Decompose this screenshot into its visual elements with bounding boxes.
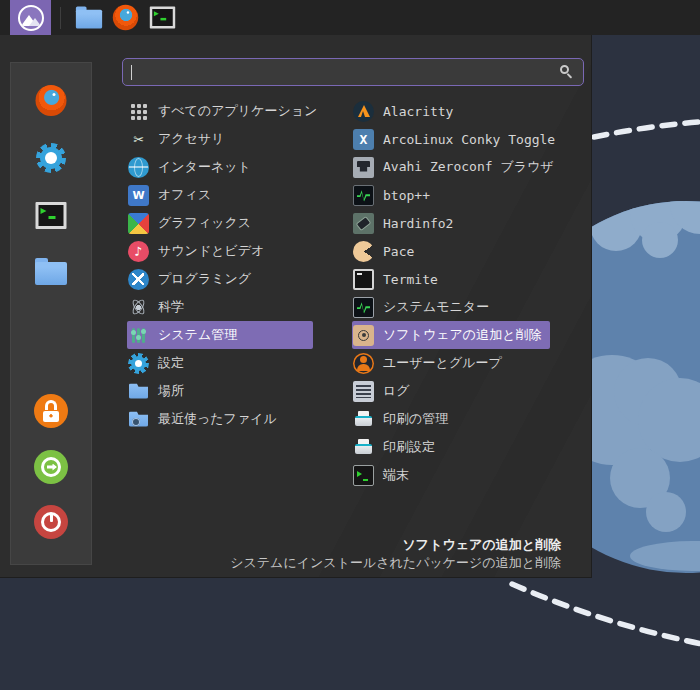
category-item[interactable]: アクセサリ xyxy=(127,125,313,153)
favorite-file-manager-button[interactable] xyxy=(35,258,67,285)
app-label: ユーザーとグループ xyxy=(383,354,502,372)
search-input[interactable] xyxy=(123,59,560,85)
sliders-icon xyxy=(128,325,149,346)
apps-grid-icon xyxy=(128,101,149,122)
pulse-monitor-icon xyxy=(353,297,374,318)
category-item[interactable]: 科学 xyxy=(127,293,313,321)
app-label: ArcoLinux Conky Toggle xyxy=(383,132,555,147)
app-label: Pace xyxy=(383,244,414,259)
terminal-icon xyxy=(353,465,374,486)
app-item[interactable]: ログ xyxy=(352,377,550,405)
app-label: ログ xyxy=(383,382,410,400)
logout-arrow-icon xyxy=(34,450,68,484)
selected-app-info: ソフトウェアの追加と削除 システムにインストールされたパッケージの追加と削除 xyxy=(230,537,561,571)
category-list: すべてのアプリケーション アクセサリ インターネット オフィス グラフィックス … xyxy=(127,97,313,433)
network-port-icon xyxy=(353,157,374,178)
app-menu-button[interactable] xyxy=(10,0,51,35)
category-label: プログラミング xyxy=(158,270,251,288)
selected-app-title: ソフトウェアの追加と削除 xyxy=(230,537,561,553)
app-label: Termite xyxy=(383,272,438,287)
panel-separator xyxy=(60,7,61,29)
app-item[interactable]: 印刷の管理 xyxy=(352,405,550,433)
app-item[interactable]: 端末 xyxy=(352,461,550,489)
app-item[interactable]: ユーザーとグループ xyxy=(352,349,550,377)
category-label: アクセサリ xyxy=(158,130,225,148)
category-label: 最近使ったファイル xyxy=(158,410,277,428)
terminal-icon xyxy=(36,202,67,229)
category-label: オフィス xyxy=(158,186,211,204)
app-item[interactable]: システムモニター xyxy=(352,293,550,321)
app-label: 印刷の管理 xyxy=(383,410,448,428)
package-manager-icon xyxy=(353,325,374,346)
app-item[interactable]: btop++ xyxy=(352,181,550,209)
office-document-icon xyxy=(128,185,149,206)
pulse-monitor-icon xyxy=(353,185,374,206)
app-item[interactable]: Hardinfo2 xyxy=(352,209,550,237)
panel-terminal-button[interactable] xyxy=(144,0,181,35)
app-item[interactable]: Avahi Zeroconf ブラウザ xyxy=(352,153,550,181)
category-item[interactable]: インターネット xyxy=(127,153,313,181)
arcolinux-logo-icon xyxy=(18,5,44,31)
folder-icon xyxy=(35,258,67,285)
selected-app-description: システムにインストールされたパッケージの追加と削除 xyxy=(230,555,561,571)
app-label: Alacritty xyxy=(383,104,453,119)
search-field[interactable] xyxy=(122,58,584,86)
category-item-selected[interactable]: システム管理 xyxy=(127,321,313,349)
app-label: ソフトウェアの追加と削除 xyxy=(383,326,541,344)
category-item[interactable]: 設定 xyxy=(127,349,313,377)
tools-cross-icon xyxy=(128,269,149,290)
dashed-orbit-bottom xyxy=(512,584,700,646)
atom-icon xyxy=(128,297,149,318)
firefox-icon xyxy=(36,85,67,116)
lock-icon xyxy=(34,394,68,428)
app-label: btop++ xyxy=(383,188,430,203)
shutdown-button[interactable] xyxy=(34,505,68,539)
music-note-icon xyxy=(128,241,149,262)
terminal-icon xyxy=(353,269,374,290)
chip-icon xyxy=(353,213,374,234)
folder-icon xyxy=(128,381,149,402)
category-item[interactable]: サウンドとビデオ xyxy=(127,237,313,265)
scissors-icon xyxy=(128,129,149,150)
graphics-pinwheel-icon xyxy=(128,213,149,234)
category-item[interactable]: オフィス xyxy=(127,181,313,209)
panel-file-manager-button[interactable] xyxy=(70,0,107,35)
favorite-terminal-button[interactable] xyxy=(36,202,67,229)
category-item[interactable]: 最近使ったファイル xyxy=(127,405,313,433)
category-label: 場所 xyxy=(158,382,184,400)
lock-screen-button[interactable] xyxy=(34,394,68,428)
app-label: 印刷設定 xyxy=(383,438,435,456)
category-label: 科学 xyxy=(158,298,184,316)
app-item[interactable]: Termite xyxy=(352,265,550,293)
app-item[interactable]: 印刷設定 xyxy=(352,433,550,461)
app-label: Avahi Zeroconf ブラウザ xyxy=(383,158,554,176)
search-icon xyxy=(560,65,574,79)
folder-icon xyxy=(75,6,101,28)
app-item[interactable]: Pace xyxy=(352,237,550,265)
category-item[interactable]: プログラミング xyxy=(127,265,313,293)
terminal-icon xyxy=(150,6,175,28)
text-caret xyxy=(131,65,132,80)
app-item[interactable]: Alacritty xyxy=(352,97,550,125)
dashed-orbit-top xyxy=(594,121,700,137)
app-item-selected[interactable]: ソフトウェアの追加と削除 xyxy=(352,321,550,349)
category-label: インターネット xyxy=(158,158,251,176)
category-label: すべてのアプリケーション xyxy=(158,102,317,120)
category-item[interactable]: グラフィックス xyxy=(127,209,313,237)
log-file-icon xyxy=(353,381,374,402)
panel-firefox-button[interactable] xyxy=(107,0,144,35)
category-item[interactable]: 場所 xyxy=(127,377,313,405)
application-list: Alacritty ArcoLinux Conky Toggle Avahi Z… xyxy=(352,97,550,489)
user-icon xyxy=(353,353,374,374)
category-label: システム管理 xyxy=(158,326,237,344)
app-item[interactable]: ArcoLinux Conky Toggle xyxy=(352,125,550,153)
category-label: サウンドとビデオ xyxy=(158,242,264,260)
printer-icon xyxy=(353,437,374,458)
whisker-menu: すべてのアプリケーション アクセサリ インターネット オフィス グラフィックス … xyxy=(0,35,592,578)
category-item[interactable]: すべてのアプリケーション xyxy=(127,97,313,125)
favorite-firefox-button[interactable] xyxy=(36,85,67,116)
printer-icon xyxy=(353,409,374,430)
favorite-settings-button[interactable] xyxy=(36,143,66,173)
top-panel xyxy=(0,0,700,35)
logout-button[interactable] xyxy=(34,450,68,484)
